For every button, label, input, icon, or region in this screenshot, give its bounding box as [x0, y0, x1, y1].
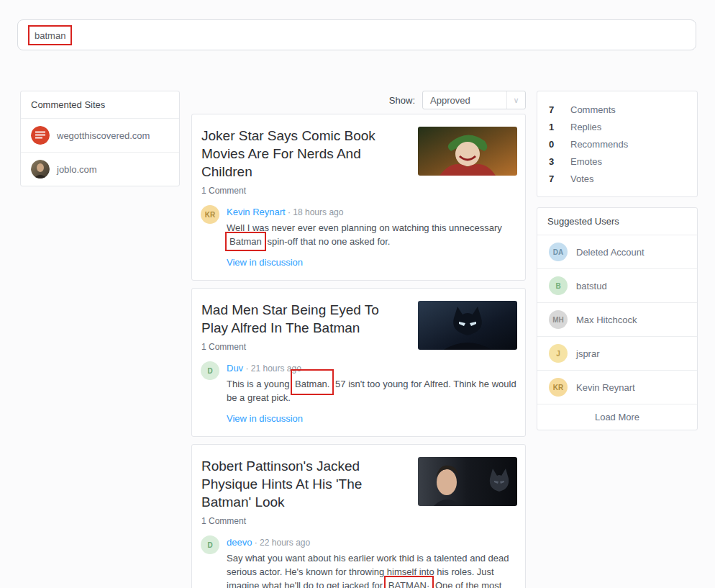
- suggested-users-title: Suggested Users: [537, 208, 697, 235]
- post-thumbnail-joker: [418, 127, 517, 176]
- activity-stats-panel: 7 Comments 1 Replies 0 Recommends 3 Emot…: [537, 91, 698, 197]
- stat-recommends: 0 Recommends: [549, 135, 686, 153]
- joblo-avatar-icon: [31, 160, 50, 178]
- wegotthiscovered-logo-icon: [31, 126, 50, 145]
- profile-comments-page: batman Commented Sites wegotthiscovered.…: [0, 0, 715, 588]
- user-name: Kevin Reynart: [576, 382, 635, 393]
- user-item-batstud[interactable]: B batstud: [537, 269, 697, 303]
- user-item-jsprar[interactable]: J jsprar: [537, 337, 697, 371]
- meta-separator: ·: [255, 538, 258, 548]
- user-item-max-hitchcock[interactable]: MH Max Hitchcock: [537, 303, 697, 337]
- filter-row: Show: Approved ∨: [191, 91, 526, 109]
- user-name: jsprar: [576, 348, 600, 359]
- commented-sites-title: Commented Sites: [21, 91, 179, 119]
- search-input[interactable]: batman: [17, 19, 696, 50]
- site-name: wegotthiscovered.com: [57, 130, 150, 141]
- show-filter-dropdown[interactable]: Approved ∨: [422, 91, 526, 109]
- avatar: KR: [549, 378, 568, 397]
- user-name: Max Hitchcock: [576, 315, 637, 325]
- search-annotation-box: batman: [28, 25, 72, 45]
- search-value: batman: [35, 30, 65, 41]
- comment: D deevo · 22 hours ago Say what you want…: [201, 535, 516, 588]
- show-filter-label: Show:: [389, 95, 415, 106]
- stat-count: 1: [549, 122, 559, 132]
- show-filter-selected: Approved: [423, 95, 506, 106]
- meta-separator: ·: [288, 207, 291, 217]
- stat-comments: 7 Comments: [549, 101, 686, 118]
- stat-label: Comments: [570, 104, 616, 115]
- comment: D Duv · 21 hours ago This is a young Bat…: [201, 361, 516, 425]
- stat-label: Votes: [570, 173, 594, 184]
- keyword-annotation-box: Batman: [225, 232, 266, 251]
- user-name: batstud: [576, 281, 607, 291]
- keyword-annotation-box: Batman.: [291, 369, 334, 395]
- meta-separator: ·: [245, 363, 248, 374]
- user-item-kevin-reynart[interactable]: KR Kevin Reynart: [537, 371, 697, 404]
- view-in-discussion-link[interactable]: View in discussion: [227, 257, 303, 268]
- post-card: Joker Star Says Comic Book Movies Are Fo…: [191, 114, 526, 281]
- comment-time: 18 hours ago: [293, 207, 343, 217]
- stat-label: Emotes: [570, 156, 602, 167]
- comment-text-before: This is a young: [227, 379, 292, 389]
- view-in-discussion-link[interactable]: View in discussion: [227, 413, 303, 424]
- site-item-wegotthiscovered[interactable]: wegotthiscovered.com: [21, 119, 179, 153]
- stat-count: 0: [549, 139, 559, 150]
- comment-text: This is a young Batman. 57 isn't too you…: [227, 377, 516, 404]
- comment-author-link[interactable]: Duv: [227, 363, 243, 374]
- comment-meta: Kevin Reynart · 18 hours ago: [227, 205, 516, 217]
- avatar: D: [201, 361, 219, 380]
- comment-text: Well I was never ever even planning on w…: [227, 221, 516, 248]
- comment-author-link[interactable]: deevo: [227, 537, 252, 548]
- comment-author-link[interactable]: Kevin Reynart: [227, 207, 286, 217]
- load-more-button[interactable]: Load More: [537, 404, 697, 430]
- stat-label: Recommends: [570, 139, 628, 150]
- commented-sites-panel: Commented Sites wegotthiscovered.com: [20, 91, 180, 186]
- comment-body: deevo · 22 hours ago Say what you want a…: [227, 535, 516, 588]
- comment-meta: deevo · 22 hours ago: [227, 535, 516, 548]
- site-name: joblo.com: [57, 164, 97, 175]
- post-card: Mad Men Star Being Eyed To Play Alfred I…: [191, 288, 526, 437]
- user-item-deleted-account[interactable]: DA Deleted Account: [537, 235, 697, 269]
- post-thumbnail-batman: [418, 301, 517, 350]
- stat-emotes: 3 Emotes: [549, 153, 686, 170]
- comment-body: Duv · 21 hours ago This is a young Batma…: [227, 361, 516, 425]
- stat-count: 7: [549, 104, 559, 115]
- avatar: KR: [201, 205, 219, 224]
- comments-column: Show: Approved ∨ Joker Star Says Comic B…: [191, 91, 526, 588]
- avatar: B: [549, 276, 568, 295]
- stat-count: 7: [549, 173, 559, 184]
- stat-label: Replies: [570, 122, 601, 132]
- post-thumbnail-robert-pattinson: [418, 457, 517, 506]
- keyword-annotation-box: BATMAN·: [384, 576, 434, 588]
- comment-meta: Duv · 21 hours ago: [227, 361, 516, 374]
- avatar: MH: [549, 310, 568, 329]
- avatar: DA: [549, 243, 568, 261]
- comment-count: 1 Comment: [201, 516, 516, 526]
- chevron-down-icon: ∨: [506, 91, 525, 109]
- avatar: J: [549, 344, 568, 363]
- comment-text: Say what you want about his earlier work…: [227, 551, 516, 588]
- stat-votes: 7 Votes: [549, 170, 686, 187]
- user-name: Deleted Account: [576, 247, 645, 258]
- comment: KR Kevin Reynart · 18 hours ago Well I w…: [201, 205, 516, 268]
- comment-body: Kevin Reynart · 18 hours ago Well I was …: [227, 205, 516, 268]
- suggested-users-panel: Suggested Users DA Deleted Account B bat…: [537, 207, 698, 430]
- stat-replies: 1 Replies: [549, 118, 686, 135]
- comment-text-before: Well I was never ever even planning on w…: [227, 222, 502, 233]
- comment-time: 22 hours ago: [260, 538, 310, 548]
- site-item-joblo[interactable]: joblo.com: [21, 153, 179, 186]
- comment-count: 1 Comment: [201, 186, 516, 196]
- post-card: Robert Pattinson's Jacked Physique Hints…: [191, 444, 526, 588]
- avatar: D: [201, 535, 219, 554]
- comment-text-after: spin-off that no one asked for.: [265, 236, 391, 247]
- stat-count: 3: [549, 156, 559, 167]
